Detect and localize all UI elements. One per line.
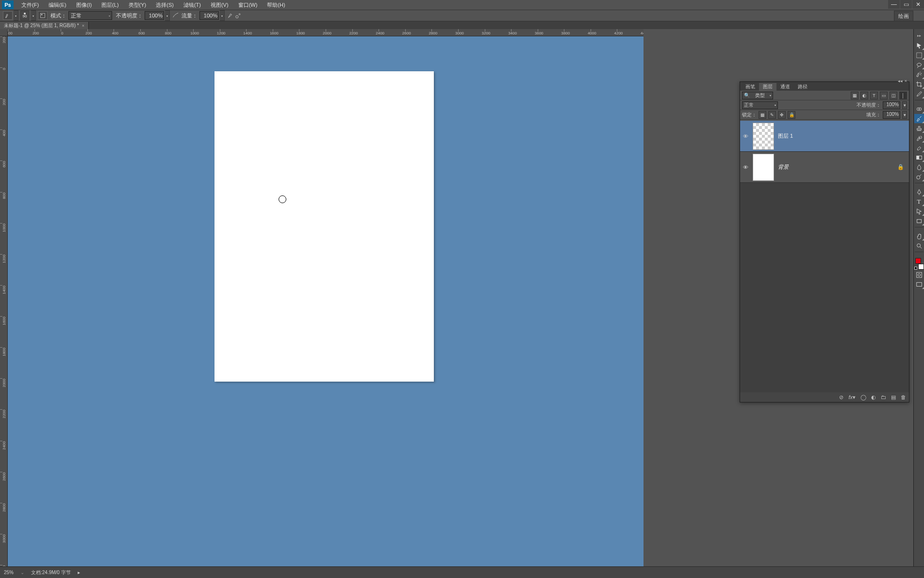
layer-opacity-input[interactable]: 100% — [883, 101, 900, 109]
history-brush-tool[interactable] — [914, 133, 924, 143]
current-tool-icon[interactable] — [3, 11, 13, 20]
panel-tab-layers[interactable]: 图层 — [759, 83, 776, 91]
marquee-tool[interactable] — [914, 50, 924, 60]
menu-window[interactable]: 窗口(W) — [233, 1, 263, 9]
zoom-tool[interactable] — [914, 241, 924, 250]
window-minimize-button[interactable]: — — [888, 0, 900, 9]
document-tab-close[interactable]: × — [82, 23, 84, 28]
canvas-viewport[interactable] — [8, 36, 644, 566]
panel-collapse-button[interactable]: ◂◂ — [898, 79, 903, 83]
brush-panel-toggle[interactable] — [38, 11, 48, 20]
quick-mask-toggle[interactable] — [914, 270, 924, 279]
eyedropper-tool[interactable] — [914, 89, 924, 98]
adjustment-layer-icon[interactable]: ◐ — [871, 394, 876, 401]
layer-thumbnail[interactable] — [753, 154, 774, 181]
gradient-tool[interactable] — [914, 153, 924, 162]
airbrush-toggle[interactable] — [227, 11, 234, 20]
filter-shape-icon[interactable]: ▭ — [880, 92, 888, 99]
status-arrow-icon[interactable]: ▸ — [78, 570, 80, 575]
layer-row[interactable]: 👁背景🔒 — [740, 152, 909, 183]
layer-name[interactable]: 图层 1 — [778, 132, 793, 140]
brush-tool[interactable] — [914, 114, 924, 123]
text-tool[interactable]: T — [914, 197, 924, 206]
layer-mask-icon[interactable]: ◯ — [860, 394, 866, 401]
menu-type[interactable]: 类型(Y) — [124, 1, 151, 9]
lock-pixels-icon[interactable]: ✎ — [768, 111, 776, 119]
shape-tool[interactable] — [914, 216, 924, 225]
lock-position-icon[interactable]: ✥ — [778, 111, 786, 119]
layer-fx-icon[interactable]: fx▾ — [848, 394, 856, 401]
pen-tool[interactable] — [914, 187, 924, 196]
layer-opacity-slider[interactable]: ▾ — [902, 101, 907, 109]
window-maximize-button[interactable]: ▭ — [900, 0, 912, 9]
filter-adjust-icon[interactable]: ◐ — [860, 92, 868, 99]
lock-transparent-icon[interactable]: ▩ — [759, 111, 766, 119]
opacity-slider[interactable]: ▾ — [165, 10, 170, 21]
layer-row[interactable]: 👁图层 1 — [740, 121, 909, 152]
layer-fill-slider[interactable]: ▾ — [902, 111, 907, 119]
filter-smart-icon[interactable]: ◫ — [890, 92, 897, 99]
menu-filter[interactable]: 滤镜(T) — [179, 1, 206, 9]
canvas[interactable] — [214, 71, 434, 382]
screen-mode-toggle[interactable] — [914, 280, 924, 289]
status-handle-icon[interactable]: ⌄ — [20, 570, 24, 575]
lock-all-icon[interactable]: 🔒 — [788, 111, 795, 119]
quick-select-tool[interactable] — [914, 70, 924, 79]
new-layer-icon[interactable]: ▤ — [891, 394, 896, 401]
move-tool[interactable] — [914, 41, 924, 50]
horizontal-ruler[interactable]: 4002000200400600800100012001400160018002… — [8, 29, 644, 36]
layer-group-icon[interactable]: 🗀 — [881, 394, 886, 400]
heal-tool[interactable] — [914, 104, 924, 113]
dodge-tool[interactable] — [914, 172, 924, 181]
layer-thumbnail[interactable] — [753, 123, 774, 150]
pressure-opacity-toggle[interactable] — [172, 11, 180, 20]
blur-tool[interactable] — [914, 162, 924, 172]
brush-picker[interactable]: ▾ — [31, 10, 36, 21]
layer-filter-type[interactable]: 🔍类型▾ — [742, 92, 773, 99]
menu-layer[interactable]: 图层(L) — [97, 1, 123, 9]
filter-text-icon[interactable]: T — [870, 92, 878, 99]
layer-list[interactable]: 👁图层 1👁背景🔒 — [740, 121, 909, 392]
workspace-switcher[interactable]: 绘画 — [894, 11, 913, 21]
default-colors-icon[interactable] — [914, 267, 917, 270]
status-zoom[interactable]: 25% — [4, 570, 14, 575]
panel-tab-brush[interactable]: 画笔 — [742, 83, 759, 91]
opacity-input[interactable]: 100% — [145, 11, 164, 20]
document-tab[interactable]: 未标题-1 @ 25% (图层 1, RGB/8) * × — [0, 22, 89, 29]
delete-layer-icon[interactable]: 🗑 — [901, 394, 906, 400]
crop-tool[interactable] — [914, 80, 924, 89]
expand-toolbox-button[interactable]: ▸▸ — [914, 31, 924, 40]
eraser-tool[interactable] — [914, 143, 924, 152]
lasso-tool[interactable] — [914, 60, 924, 69]
window-close-button[interactable]: ✕ — [912, 0, 924, 9]
vertical-ruler[interactable]: 2000200400600800100012001400160018002000… — [0, 36, 8, 566]
link-layers-icon[interactable]: ⊘ — [839, 394, 843, 401]
menu-select[interactable]: 选择(S) — [151, 1, 179, 9]
path-select-tool[interactable] — [914, 207, 924, 216]
layer-blend-select[interactable]: 正常▾ — [742, 101, 778, 109]
layer-visibility-toggle[interactable]: 👁 — [742, 164, 749, 171]
panel-tab-channels[interactable]: 通道 — [776, 83, 794, 91]
menu-image[interactable]: 图像(I) — [71, 1, 97, 9]
brush-preview[interactable]: 90 — [20, 11, 29, 20]
flow-input[interactable]: 100% — [199, 11, 219, 20]
ruler-origin[interactable] — [0, 29, 8, 36]
flow-slider[interactable]: ▾ — [220, 10, 225, 21]
panel-close-button[interactable]: × — [905, 79, 907, 83]
menu-edit[interactable]: 编辑(E) — [44, 1, 71, 9]
color-swatches[interactable] — [914, 257, 924, 270]
menu-view[interactable]: 视图(V) — [206, 1, 233, 9]
panel-tab-paths[interactable]: 路径 — [794, 83, 811, 91]
menu-help[interactable]: 帮助(H) — [262, 1, 290, 9]
layer-fill-input[interactable]: 100% — [883, 111, 900, 119]
background-color-swatch[interactable] — [918, 264, 924, 270]
filter-toggle[interactable]: │ — [899, 92, 907, 99]
menu-file[interactable]: 文件(F) — [16, 1, 44, 9]
filter-pixel-icon[interactable]: ▦ — [851, 92, 858, 99]
layer-visibility-toggle[interactable]: 👁 — [742, 133, 749, 140]
hand-tool[interactable] — [914, 231, 924, 241]
foreground-color-swatch[interactable] — [915, 258, 921, 264]
blend-mode-select[interactable]: 正常▾ — [68, 11, 112, 20]
stamp-tool[interactable] — [914, 124, 924, 133]
status-doc-info[interactable]: 文档:24.9M/0 字节 — [31, 569, 71, 576]
